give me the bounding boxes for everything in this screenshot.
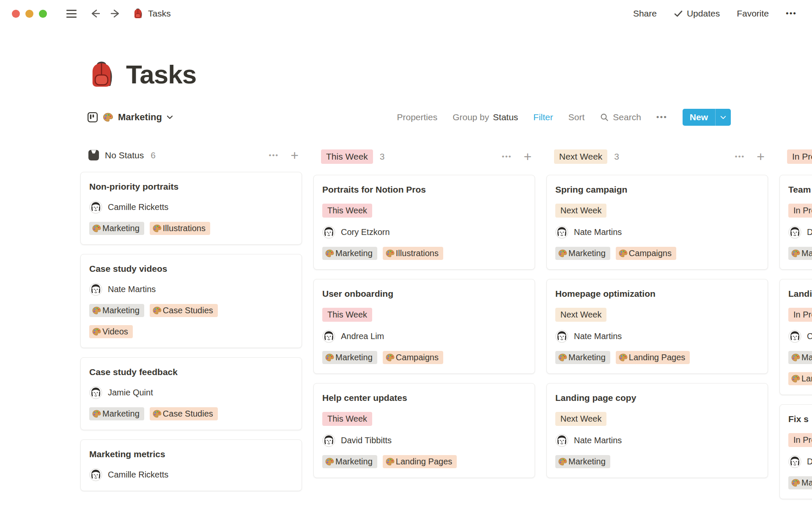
tag-label: Illustrations bbox=[396, 248, 439, 258]
favorite-button[interactable]: Favorite bbox=[737, 8, 769, 19]
task-card[interactable]: User onboarding This Week Andrea Lim Mar… bbox=[313, 279, 535, 374]
zoom-window-button[interactable] bbox=[39, 10, 47, 18]
card-title: Fix s bbox=[788, 413, 812, 425]
view-more-icon[interactable]: ••• bbox=[656, 113, 667, 122]
status-badge: This Week bbox=[322, 204, 372, 218]
column-more-icon[interactable]: ••• bbox=[269, 151, 279, 160]
tag-row: Marketing bbox=[788, 247, 812, 260]
column-add-icon[interactable]: + bbox=[757, 152, 765, 161]
avatar bbox=[555, 434, 568, 447]
column-add-icon[interactable]: + bbox=[524, 152, 532, 161]
tag-row: Marketing Illustrations bbox=[89, 222, 293, 235]
column-cards: Team In Progress David Tibbitts Marketin… bbox=[779, 175, 812, 499]
task-card[interactable]: Team In Progress David Tibbitts Marketin… bbox=[779, 175, 812, 270]
board-column: In Progress ••• + Team In Progress David… bbox=[779, 149, 812, 508]
task-card[interactable]: Homepage optimization Next Week Nate Mar… bbox=[546, 279, 768, 374]
page-icon-backpack[interactable] bbox=[87, 60, 116, 89]
task-card[interactable]: Fix s In Progress David Tibbitts Marketi… bbox=[779, 404, 812, 499]
board: No Status 6 ••• + Non-priority portraits… bbox=[0, 149, 812, 508]
task-card[interactable]: Landing In Progress Cory Etzkorn Marketi… bbox=[779, 279, 812, 395]
column-header: No Status 6 ••• + bbox=[80, 149, 302, 161]
task-card[interactable]: Marketing metrics Camille Ricketts bbox=[80, 439, 302, 491]
tag-row: Marketing Case Studies bbox=[89, 304, 293, 317]
tag-label: Landing Pages bbox=[629, 353, 685, 362]
card-title: Landing bbox=[788, 288, 812, 300]
back-icon[interactable] bbox=[89, 8, 102, 19]
palette-icon bbox=[103, 113, 113, 122]
column-label: No Status bbox=[105, 150, 144, 160]
tag: Marketing bbox=[322, 455, 377, 468]
palette-icon bbox=[325, 458, 334, 466]
task-card[interactable]: Non-priority portraits Camille Ricketts … bbox=[80, 172, 302, 245]
task-card[interactable]: Help center updates This Week David Tibb… bbox=[313, 383, 535, 478]
forward-icon[interactable] bbox=[109, 8, 121, 19]
assignee: Camille Ricketts bbox=[89, 201, 293, 214]
assignee-name: Jamie Quint bbox=[108, 388, 153, 398]
tag-label: Videos bbox=[102, 327, 128, 337]
tag-label: Marketing bbox=[568, 353, 606, 362]
sidebar-toggle-icon[interactable] bbox=[66, 10, 77, 18]
palette-icon bbox=[92, 328, 101, 336]
task-card[interactable]: Case study feedback Jamie Quint Marketin… bbox=[80, 357, 302, 430]
updates-button[interactable]: Updates bbox=[674, 8, 720, 19]
breadcrumb[interactable]: Tasks bbox=[132, 8, 171, 19]
palette-icon bbox=[386, 249, 395, 257]
new-dropdown-button[interactable] bbox=[715, 109, 731, 126]
status-badge: Next Week bbox=[555, 204, 606, 218]
assignee-name: David Tibbitts bbox=[341, 436, 392, 445]
avatar bbox=[89, 386, 102, 399]
assignee-name: Cory Etzkorn bbox=[807, 331, 812, 341]
board-view-icon bbox=[87, 112, 98, 123]
breadcrumb-label: Tasks bbox=[148, 8, 171, 19]
assignee-name: Cory Etzkorn bbox=[341, 227, 390, 237]
tag-label: Campaigns bbox=[629, 248, 672, 258]
sort-button[interactable]: Sort bbox=[568, 112, 585, 122]
task-card[interactable]: Landing page copy Next Week Nate Martins… bbox=[546, 383, 768, 478]
tag: Marketing bbox=[322, 247, 377, 260]
board-column: This Week 3 ••• + Portraits for Notion P… bbox=[313, 149, 535, 487]
palette-icon bbox=[619, 353, 628, 362]
tag: Marketing bbox=[555, 455, 610, 468]
tag-label: Marketing bbox=[335, 248, 373, 258]
tag: Marketing bbox=[555, 247, 610, 260]
card-title: Case study videos bbox=[89, 263, 293, 275]
column-more-icon[interactable]: ••• bbox=[502, 152, 512, 161]
column-more-icon[interactable]: ••• bbox=[735, 152, 745, 161]
palette-icon bbox=[386, 353, 395, 362]
tag: Landing Pages bbox=[788, 372, 812, 385]
share-button[interactable]: Share bbox=[633, 8, 657, 19]
tag: Landing Pages bbox=[383, 455, 457, 468]
task-card[interactable]: Case study videos Nate Martins Marketing… bbox=[80, 254, 302, 348]
assignee: Jamie Quint bbox=[89, 386, 293, 399]
status-badge: Next Week bbox=[555, 308, 606, 322]
task-card[interactable]: Portraits for Notion Pros This Week Cory… bbox=[313, 175, 535, 270]
column-cards: Portraits for Notion Pros This Week Cory… bbox=[313, 175, 535, 478]
status-badge: This Week bbox=[322, 412, 372, 426]
chevron-down-icon bbox=[167, 115, 173, 119]
view-switcher[interactable]: Marketing bbox=[87, 112, 173, 123]
assignee: Cory Etzkorn bbox=[322, 226, 526, 239]
tag: Case Studies bbox=[150, 304, 218, 317]
tag-row: Marketing Landing Pages bbox=[555, 351, 759, 364]
close-window-button[interactable] bbox=[12, 10, 20, 18]
palette-icon bbox=[558, 458, 567, 466]
more-options-icon[interactable]: ••• bbox=[786, 9, 797, 18]
avatar bbox=[555, 330, 568, 343]
column-add-icon[interactable]: + bbox=[291, 151, 299, 160]
properties-button[interactable]: Properties bbox=[397, 112, 437, 122]
window-titlebar: Tasks Share Updates Favorite ••• bbox=[0, 0, 812, 27]
search-button[interactable]: Search bbox=[600, 112, 641, 122]
card-title: Homepage optimization bbox=[555, 288, 759, 300]
new-button[interactable]: New bbox=[683, 109, 715, 126]
tag: Marketing bbox=[89, 222, 144, 235]
filter-button[interactable]: Filter bbox=[533, 112, 553, 122]
group-by-button[interactable]: Group by Status bbox=[453, 112, 518, 122]
search-label: Search bbox=[613, 112, 641, 122]
avatar bbox=[89, 283, 102, 296]
card-title: Spring campaign bbox=[555, 184, 759, 196]
task-card[interactable]: Spring campaign Next Week Nate Martins M… bbox=[546, 175, 768, 270]
assignee-name: Camille Ricketts bbox=[108, 470, 168, 480]
tag-row: Marketing bbox=[788, 351, 812, 364]
minimize-window-button[interactable] bbox=[25, 10, 33, 18]
column-header: In Progress ••• + bbox=[779, 149, 812, 164]
